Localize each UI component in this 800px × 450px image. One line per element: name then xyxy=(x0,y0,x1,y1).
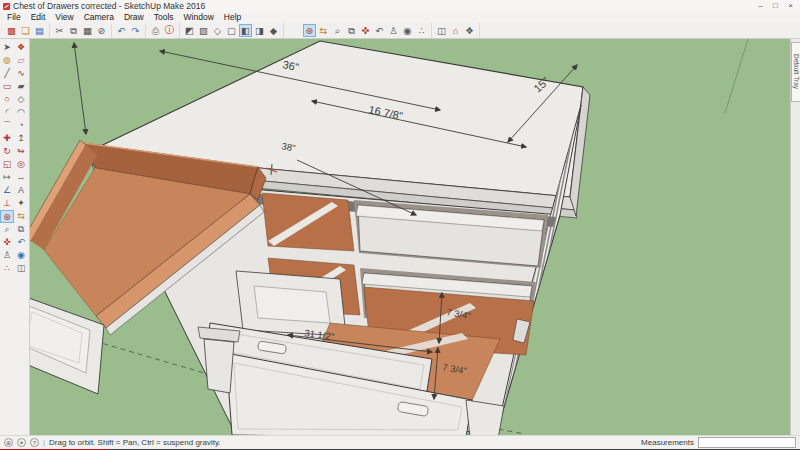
make-component-tool-icon[interactable]: ❖ xyxy=(14,41,28,54)
pie-tool-icon[interactable]: ◔ xyxy=(14,119,28,132)
redo-icon[interactable]: ↷ xyxy=(129,24,142,37)
geolocation-icon[interactable]: ⊕ xyxy=(4,438,13,447)
toolbar-group: ◩▧◇▢◧◨◆ xyxy=(180,23,284,38)
x-ray-icon[interactable]: ◩ xyxy=(183,24,196,37)
monochrome-icon[interactable]: ◆ xyxy=(267,24,280,37)
window-controls: – □ × xyxy=(753,0,798,12)
orbit-tool-icon[interactable]: ⊛ xyxy=(0,210,14,223)
protractor-tool-icon[interactable]: ∠ xyxy=(0,184,14,197)
two-point-arc-tool-icon[interactable]: ◠ xyxy=(14,106,28,119)
look-around-icon[interactable]: ◉ xyxy=(401,24,414,37)
menu-tools[interactable]: Tools xyxy=(149,12,179,23)
rotated-rectangle-tool-icon[interactable]: ▰ xyxy=(14,80,28,93)
maximize-button[interactable]: □ xyxy=(768,0,783,12)
open-icon[interactable]: ❏ xyxy=(19,24,32,37)
zoom-extents-icon[interactable]: ✜ xyxy=(359,24,372,37)
3d-text-tool-icon[interactable]: ✦ xyxy=(14,197,28,210)
shaded-with-textures-icon[interactable]: ◨ xyxy=(253,24,266,37)
axes-tool-icon[interactable]: ⊥ xyxy=(0,197,14,210)
menu-camera[interactable]: Camera xyxy=(79,12,119,23)
menu-bar: FileEditViewCameraDrawToolsWindowHelp xyxy=(0,12,800,23)
wireframe-icon[interactable]: ◇ xyxy=(211,24,224,37)
save-icon[interactable]: ▤ xyxy=(33,24,46,37)
zoom-icon[interactable]: ⌕ xyxy=(331,24,344,37)
follow-me-tool-icon[interactable]: ↬ xyxy=(14,145,28,158)
scale-tool-icon[interactable]: ◱ xyxy=(0,158,14,171)
model-canvas[interactable]: 36" 16 7/8" 15" 38" 7 3/4" 31 1/2" 7 3/4… xyxy=(30,39,790,435)
tape-measure-tool-icon[interactable]: ↦ xyxy=(0,171,14,184)
default-tray-tab[interactable]: Default Tray xyxy=(791,42,800,102)
position-camera-icon[interactable]: ♙ xyxy=(387,24,400,37)
title-bar: Chest of Drawers corrected - SketchUp Ma… xyxy=(0,0,800,12)
window-title: Chest of Drawers corrected - SketchUp Ma… xyxy=(13,0,205,12)
previous-tool-icon[interactable]: ↶ xyxy=(14,236,28,249)
menu-draw[interactable]: Draw xyxy=(119,12,149,23)
menu-window[interactable]: Window xyxy=(179,12,219,23)
walk-icon[interactable]: ∴ xyxy=(415,24,428,37)
offset-tool-icon[interactable]: ◎ xyxy=(14,158,28,171)
push-pull-tool-icon[interactable]: ↥ xyxy=(14,132,28,145)
freehand-tool-icon[interactable]: ∿ xyxy=(14,67,28,80)
look-around-tool-icon[interactable]: ◉ xyxy=(14,249,28,262)
measurements-label: Measurements xyxy=(641,438,694,447)
section-plane-tool-icon[interactable]: ◫ xyxy=(14,262,28,275)
zoom-window-icon[interactable]: ⧉ xyxy=(345,24,358,37)
select-tool-icon[interactable]: ➤ xyxy=(0,41,14,54)
cut-icon[interactable]: ✂ xyxy=(53,24,66,37)
pan-tool-icon[interactable]: ⇆ xyxy=(14,210,28,223)
close-button[interactable]: × xyxy=(783,0,798,12)
rectangle-tool-icon[interactable]: ▭ xyxy=(0,80,14,93)
extension-warehouse-icon[interactable]: ❖ xyxy=(463,24,476,37)
menu-file[interactable]: File xyxy=(2,12,26,23)
menu-help[interactable]: Help xyxy=(219,12,246,23)
erase-icon[interactable]: ⊘ xyxy=(95,24,108,37)
print-icon[interactable]: ⎙ xyxy=(149,24,162,37)
polygon-tool-icon[interactable]: ◇ xyxy=(14,93,28,106)
move-tool-icon[interactable]: ✚ xyxy=(0,132,14,145)
status-bar: ⊕✦? | Drag to orbit. Shift = Pan, Ctrl =… xyxy=(0,435,800,449)
dimension-tool-icon[interactable]: ↔ xyxy=(14,171,28,184)
tray-strip: Default Tray xyxy=(790,39,800,435)
credits-icon[interactable]: ✦ xyxy=(17,438,26,447)
status-hint: Drag to orbit. Shift = Pan, Ctrl = suspe… xyxy=(49,438,221,447)
text-tool-icon[interactable]: A xyxy=(14,184,28,197)
zoom-tool-icon[interactable]: ⌕ xyxy=(0,223,14,236)
menu-edit[interactable]: Edit xyxy=(26,12,51,23)
new-icon[interactable]: ▩ xyxy=(5,24,18,37)
back-edges-icon[interactable]: ▧ xyxy=(197,24,210,37)
zoom-extents-tool-icon[interactable]: ✜ xyxy=(0,236,14,249)
undo-icon[interactable]: ↶ xyxy=(115,24,128,37)
3d-warehouse-icon[interactable]: ⌂ xyxy=(449,24,462,37)
toolbar-group: ✂⧉▦⊘ xyxy=(50,23,112,38)
minimize-button[interactable]: – xyxy=(753,0,768,12)
three-point-arc-tool-icon[interactable]: ⌒ xyxy=(0,119,14,132)
hidden-line-icon[interactable]: ▢ xyxy=(225,24,238,37)
toolbar-group: ▩❏▤ xyxy=(2,23,50,38)
arc-tool-icon[interactable]: ◜ xyxy=(0,106,14,119)
copy-icon[interactable]: ⧉ xyxy=(67,24,80,37)
zoom-window-tool-icon[interactable]: ⧉ xyxy=(14,223,28,236)
menu-view[interactable]: View xyxy=(50,12,78,23)
status-icons: ⊕✦? xyxy=(4,438,39,447)
position-camera-tool-icon[interactable]: ♙ xyxy=(0,249,14,262)
sketchup-logo-icon xyxy=(3,3,10,10)
model-viewport[interactable]: 36" 16 7/8" 15" 38" 7 3/4" 31 1/2" 7 3/4… xyxy=(30,39,790,435)
orbit-icon[interactable]: ⊛ xyxy=(303,24,316,37)
large-tool-set: ➤❖◍▱╱∿▭▰○◇◜◠⌒◔✚↥↻↬◱◎↦↔∠A⊥✦⊛⇆⌕⧉✜↶♙◉∴◫ xyxy=(0,39,30,435)
section-plane-icon[interactable]: ◫ xyxy=(435,24,448,37)
measurements-input[interactable] xyxy=(698,437,796,448)
line-tool-icon[interactable]: ╱ xyxy=(0,67,14,80)
paste-icon[interactable]: ▦ xyxy=(81,24,94,37)
model-info-icon[interactable]: ⓘ xyxy=(163,24,176,37)
eraser-tool-icon[interactable]: ▱ xyxy=(14,54,28,67)
help-icon[interactable]: ? xyxy=(30,438,39,447)
toolbar-group: ⎙ⓘ xyxy=(146,23,180,38)
paint-bucket-tool-icon[interactable]: ◍ xyxy=(0,54,14,67)
circle-tool-icon[interactable]: ○ xyxy=(0,93,14,106)
top-toolbar: ▩❏▤✂⧉▦⊘↶↷⎙ⓘ◩▧◇▢◧◨◆⊛⇆⌕⧉✜↶♙◉∴◫⌂❖ xyxy=(0,23,800,39)
shaded-icon[interactable]: ◧ xyxy=(239,24,252,37)
rotate-tool-icon[interactable]: ↻ xyxy=(0,145,14,158)
previous-icon[interactable]: ↶ xyxy=(373,24,386,37)
walk-tool-icon[interactable]: ∴ xyxy=(0,262,14,275)
pan-icon[interactable]: ⇆ xyxy=(317,24,330,37)
